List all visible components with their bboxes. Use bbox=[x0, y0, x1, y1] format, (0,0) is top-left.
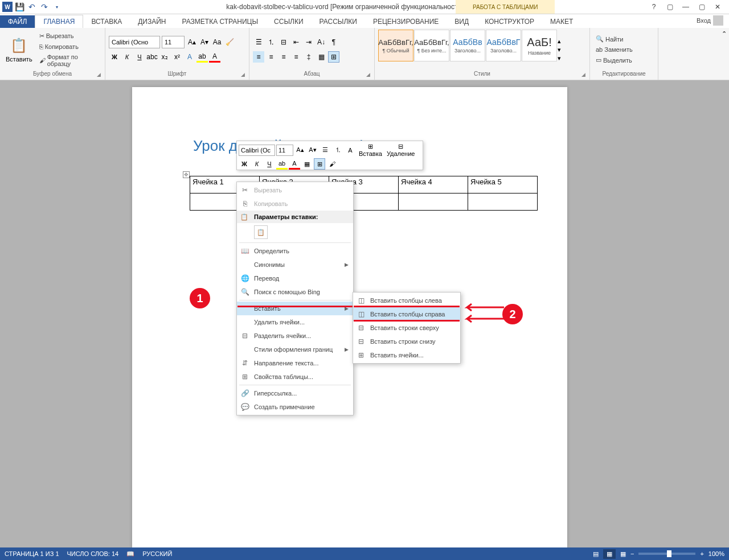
zoom-out-icon[interactable]: − bbox=[630, 550, 634, 557]
sub-rows-below[interactable]: ⊟Вставить строки снизу bbox=[353, 335, 460, 348]
font-selector[interactable]: Calibri (Осно bbox=[109, 36, 160, 48]
tab-table-layout[interactable]: МАКЕТ bbox=[542, 15, 581, 28]
mini-shading-icon[interactable]: ▦ bbox=[301, 158, 313, 170]
align-right-icon[interactable]: ≡ bbox=[278, 51, 289, 63]
text-effects-icon[interactable]: A bbox=[184, 51, 195, 63]
align-center-icon[interactable]: ≡ bbox=[265, 51, 277, 63]
status-proof-icon[interactable]: 📖 bbox=[126, 550, 134, 558]
ctx-bing[interactable]: 🔍Поиск с помощью Bing bbox=[237, 285, 353, 299]
indent-dec-icon[interactable]: ⇤ bbox=[290, 36, 302, 48]
align-left-icon[interactable]: ≡ bbox=[253, 51, 264, 63]
tab-home[interactable]: ГЛАВНАЯ bbox=[35, 15, 83, 28]
style-title[interactable]: АаБ!Название bbox=[522, 30, 557, 61]
numbering-icon[interactable]: ⒈ bbox=[265, 36, 277, 48]
grow-font-icon[interactable]: A▴ bbox=[186, 36, 198, 48]
paste-button[interactable]: 📋 Вставить bbox=[3, 30, 35, 69]
shading-icon[interactable]: ▦ bbox=[316, 51, 327, 63]
undo-icon[interactable]: ↶ bbox=[26, 1, 38, 13]
tab-table-design[interactable]: КОНСТРУКТОР bbox=[477, 15, 542, 28]
ctx-insert[interactable]: Вставить▶ bbox=[237, 302, 353, 315]
zoom-level[interactable]: 100% bbox=[708, 550, 724, 557]
ctx-define[interactable]: 📖Определить bbox=[237, 244, 353, 258]
mini-fontcolor-icon[interactable]: A bbox=[289, 158, 300, 170]
shrink-font-icon[interactable]: A▾ bbox=[199, 36, 210, 48]
ctx-border-styles[interactable]: Стили оформления границ▶ bbox=[237, 343, 353, 356]
replace-button[interactable]: abЗаменить bbox=[593, 45, 635, 54]
find-button[interactable]: 🔍Найти bbox=[593, 34, 635, 44]
tab-review[interactable]: РЕЦЕНЗИРОВАНИЕ bbox=[365, 15, 447, 28]
show-marks-icon[interactable]: ¶ bbox=[328, 36, 339, 48]
sub-cols-right[interactable]: ◫Вставить столбцы справа bbox=[353, 307, 460, 321]
mini-styles-icon[interactable]: A bbox=[345, 145, 356, 156]
mini-numbering-icon[interactable]: ⒈ bbox=[332, 145, 343, 156]
mini-bold-icon[interactable]: Ж bbox=[239, 158, 250, 170]
mini-borders-icon[interactable]: ⊞ bbox=[314, 158, 325, 170]
view-read-icon[interactable]: ▤ bbox=[593, 550, 599, 558]
underline-icon[interactable]: Ч bbox=[134, 51, 145, 63]
ctx-hyperlink[interactable]: 🔗Гиперссылка... bbox=[237, 386, 353, 400]
ctx-synonyms[interactable]: Синонимы▶ bbox=[237, 258, 353, 271]
mini-delete-button[interactable]: ⊟Удаление bbox=[385, 143, 417, 157]
bold-icon[interactable]: Ж bbox=[109, 51, 120, 63]
table-cell[interactable]: Ячейка 5 bbox=[468, 176, 538, 193]
tab-insert[interactable]: ВСТАВКА bbox=[83, 15, 130, 28]
italic-icon[interactable]: К bbox=[121, 51, 133, 63]
minimize-icon[interactable]: — bbox=[679, 1, 693, 13]
table-cell[interactable]: Ячейка 4 bbox=[399, 176, 468, 193]
mini-font[interactable]: Calibri (Ос bbox=[239, 145, 275, 156]
cut-button[interactable]: ✂Вырезать bbox=[37, 31, 101, 41]
strike-icon[interactable]: abc bbox=[146, 51, 158, 63]
status-language[interactable]: РУССКИЙ bbox=[142, 550, 172, 557]
ctx-split-cells[interactable]: ⊟Разделить ячейки... bbox=[237, 329, 353, 343]
close-icon[interactable]: ✕ bbox=[711, 1, 724, 13]
help-icon[interactable]: ? bbox=[647, 1, 661, 13]
collapse-ribbon-icon[interactable]: ⌃ bbox=[722, 30, 727, 37]
status-page[interactable]: СТРАНИЦА 1 ИЗ 1 bbox=[5, 550, 59, 557]
ribbon-options-icon[interactable]: ▢ bbox=[663, 1, 677, 13]
styles-launcher[interactable]: ◢ bbox=[581, 72, 588, 79]
tab-view[interactable]: ВИД bbox=[447, 15, 477, 28]
highlight-icon[interactable]: ab bbox=[196, 51, 208, 63]
mini-underline-icon[interactable]: Ч bbox=[264, 158, 275, 170]
ctx-comment[interactable]: 💬Создать примечание bbox=[237, 400, 353, 414]
mini-bullets-icon[interactable]: ☰ bbox=[320, 145, 331, 156]
ctx-delete-cells[interactable]: Удалить ячейки... bbox=[237, 315, 353, 329]
clear-format-icon[interactable]: 🧹 bbox=[224, 36, 235, 48]
mini-size[interactable]: 11 bbox=[276, 145, 293, 156]
redo-icon[interactable]: ↷ bbox=[39, 1, 50, 13]
line-spacing-icon[interactable]: ‡ bbox=[303, 51, 314, 63]
styles-down-icon[interactable]: ▾ bbox=[558, 46, 561, 53]
mini-insert-button[interactable]: ⊞Вставка bbox=[357, 143, 384, 157]
tab-references[interactable]: ССЫЛКИ bbox=[266, 15, 311, 28]
qat-dropdown-icon[interactable]: ▾ bbox=[51, 1, 63, 13]
styles-up-icon[interactable]: ▴ bbox=[558, 38, 561, 45]
table-cell[interactable] bbox=[468, 193, 538, 211]
ctx-translate[interactable]: 🌐Перевод bbox=[237, 271, 353, 285]
view-print-icon[interactable]: ▦ bbox=[603, 549, 616, 559]
style-h2[interactable]: АаБбВвГЗаголово... bbox=[486, 30, 521, 61]
bullets-icon[interactable]: ☰ bbox=[253, 36, 264, 48]
sub-rows-above[interactable]: ⊟Вставить строки сверху bbox=[353, 321, 460, 335]
format-painter-button[interactable]: 🖌Формат по образцу bbox=[37, 52, 101, 68]
style-h1[interactable]: АаБбВвЗаголово... bbox=[450, 30, 485, 61]
zoom-slider[interactable] bbox=[638, 553, 695, 555]
mini-shrink-icon[interactable]: A▾ bbox=[307, 145, 318, 156]
style-normal[interactable]: АаБбВвГг,¶ Обычный bbox=[378, 30, 413, 61]
multilevel-icon[interactable]: ⊟ bbox=[278, 36, 289, 48]
change-case-icon[interactable]: Aa bbox=[211, 36, 223, 48]
subscript-icon[interactable]: x₂ bbox=[159, 51, 170, 63]
view-web-icon[interactable]: ▦ bbox=[620, 550, 626, 558]
styles-more-icon[interactable]: ▾ bbox=[558, 55, 561, 62]
ctx-table-props[interactable]: ⊞Свойства таблицы... bbox=[237, 370, 353, 384]
font-color-icon[interactable]: A bbox=[209, 51, 220, 63]
mini-grow-icon[interactable]: A▴ bbox=[294, 145, 306, 156]
tab-file[interactable]: ФАЙЛ bbox=[0, 15, 35, 28]
sort-icon[interactable]: A↓ bbox=[316, 36, 327, 48]
mini-italic-icon[interactable]: К bbox=[251, 158, 263, 170]
superscript-icon[interactable]: x² bbox=[171, 51, 183, 63]
indent-inc-icon[interactable]: ⇥ bbox=[303, 36, 314, 48]
paragraph-launcher[interactable]: ◢ bbox=[366, 72, 373, 79]
justify-icon[interactable]: ≡ bbox=[290, 51, 302, 63]
select-button[interactable]: ▭Выделить bbox=[593, 55, 635, 65]
tab-mailings[interactable]: РАССЫЛКИ bbox=[312, 15, 365, 28]
